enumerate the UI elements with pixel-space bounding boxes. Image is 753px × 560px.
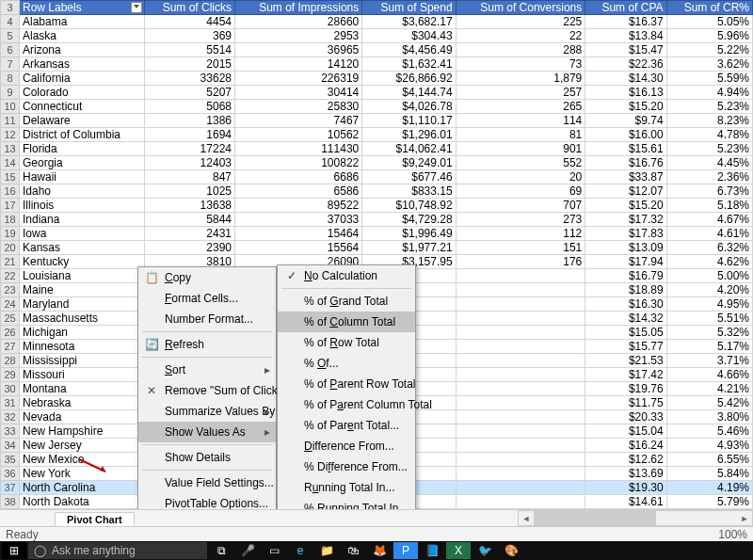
cell[interactable]: 1,879 — [456, 72, 585, 86]
cell[interactable]: $22.36 — [585, 57, 666, 72]
cell[interactable]: $15.04 — [585, 424, 666, 439]
cell[interactable]: 5.96% — [666, 29, 752, 43]
cell[interactable]: $4,729.28 — [362, 213, 456, 227]
menu-item[interactable]: Number Format... — [138, 309, 276, 329]
cell[interactable]: Idaho — [20, 184, 145, 199]
cell[interactable]: 847 — [144, 170, 234, 184]
cell[interactable]: 5.23% — [666, 100, 752, 114]
cell[interactable]: 5.59% — [666, 72, 752, 86]
cortana-search[interactable]: ◯Ask me anything — [28, 542, 207, 559]
cell[interactable]: Maryland — [20, 297, 145, 312]
row-number[interactable]: 6 — [1, 43, 20, 57]
cell[interactable]: $9,249.01 — [362, 156, 456, 170]
row-number[interactable]: 30 — [1, 382, 20, 396]
cell[interactable]: Florida — [20, 142, 145, 156]
twitter-icon[interactable]: 🐦 — [473, 542, 497, 559]
cell[interactable]: $14.61 — [585, 495, 666, 509]
cell[interactable]: $17.42 — [585, 368, 666, 382]
row-number[interactable]: 28 — [1, 354, 20, 368]
cell[interactable] — [456, 453, 585, 467]
cell[interactable]: 369 — [144, 29, 234, 43]
cell[interactable] — [456, 410, 585, 424]
cell[interactable]: 288 — [456, 43, 585, 57]
cell[interactable]: 37033 — [234, 213, 361, 227]
cell[interactable]: 5.23% — [666, 142, 752, 156]
row-number[interactable]: 21 — [1, 255, 20, 269]
cell[interactable]: $16.30 — [585, 297, 666, 312]
cell[interactable]: 15464 — [234, 227, 361, 241]
cell[interactable]: Nebraska — [20, 396, 145, 410]
cell[interactable]: 5.00% — [666, 269, 752, 283]
row-number[interactable]: 9 — [1, 86, 20, 100]
cell[interactable]: 5844 — [144, 213, 234, 227]
cell[interactable]: 5.22% — [666, 43, 752, 57]
cell[interactable]: 5207 — [144, 86, 234, 100]
mic-icon[interactable]: 🎤 — [235, 542, 260, 559]
menu-item[interactable]: Running Total In... — [278, 477, 415, 498]
cell[interactable]: $12.07 — [585, 184, 666, 199]
row-number[interactable]: 33 — [1, 424, 20, 439]
cell[interactable] — [456, 297, 585, 312]
cell[interactable]: 4.95% — [666, 297, 752, 312]
col-header[interactable]: Sum of Conversions — [456, 1, 585, 15]
cell[interactable] — [456, 326, 585, 340]
cell[interactable]: $21.53 — [585, 354, 666, 368]
cell[interactable]: 89522 — [234, 199, 361, 213]
row-number[interactable]: 5 — [1, 29, 20, 43]
row-number[interactable]: 31 — [1, 396, 20, 410]
col-header[interactable]: Sum of Impressions — [234, 1, 361, 15]
cell[interactable]: 2.36% — [666, 170, 752, 184]
cell[interactable]: $16.13 — [585, 86, 666, 100]
menu-item[interactable]: % Difference From... — [278, 456, 415, 477]
cell[interactable]: $15.61 — [585, 142, 666, 156]
cell[interactable]: 7467 — [234, 114, 361, 128]
cell[interactable]: 5514 — [144, 43, 234, 57]
cell[interactable]: $13.09 — [585, 241, 666, 255]
paint-icon[interactable]: 🎨 — [499, 542, 523, 559]
cell[interactable]: 901 — [456, 142, 585, 156]
cell[interactable]: Connecticut — [20, 100, 145, 114]
cell[interactable]: 4454 — [144, 15, 234, 29]
row-number[interactable]: 19 — [1, 227, 20, 241]
cell[interactable]: $4,026.78 — [362, 100, 456, 114]
cell[interactable]: 3.80% — [666, 410, 752, 424]
cell[interactable]: 273 — [456, 213, 585, 227]
cell[interactable]: Arizona — [20, 43, 145, 57]
cell[interactable]: Minnesota — [20, 340, 145, 354]
cell[interactable]: $15.05 — [585, 326, 666, 340]
cell[interactable]: $19.30 — [585, 481, 666, 495]
row-number[interactable]: 35 — [1, 453, 20, 467]
row-number[interactable]: 20 — [1, 241, 20, 255]
cell[interactable]: 5.42% — [666, 396, 752, 410]
windows-taskbar[interactable]: ⊞ ◯Ask me anything ⧉ 🎤 ▭ e 📁 🛍 🦊 P 📘 X 🐦… — [0, 541, 753, 560]
cell[interactable]: Maine — [20, 283, 145, 297]
menu-item[interactable]: 📋Copy — [138, 267, 276, 288]
menu-item[interactable]: % of Parent Column Total — [278, 394, 415, 415]
col-header[interactable]: Sum of Spend — [362, 1, 456, 15]
cell[interactable]: Hawaii — [20, 170, 145, 184]
cell[interactable]: 4.61% — [666, 227, 752, 241]
cell[interactable]: District of Columbia — [20, 128, 145, 142]
row-number[interactable]: 16 — [1, 184, 20, 199]
menu-item[interactable]: Format Cells... — [138, 288, 276, 309]
cell[interactable]: 114 — [456, 114, 585, 128]
cell[interactable]: 707 — [456, 199, 585, 213]
cell[interactable]: Louisiana — [20, 269, 145, 283]
cell[interactable]: $17.83 — [585, 227, 666, 241]
cell[interactable]: 8.23% — [666, 114, 752, 128]
store-icon[interactable]: 🛍 — [341, 542, 365, 559]
cell[interactable]: $15.20 — [585, 100, 666, 114]
cell[interactable]: 17224 — [144, 142, 234, 156]
row-number[interactable]: 4 — [1, 15, 20, 29]
row-number[interactable]: 38 — [1, 495, 20, 509]
scroll-left-icon[interactable]: ◄ — [519, 511, 534, 525]
cell[interactable]: 22 — [456, 29, 585, 43]
cell[interactable]: 4.45% — [666, 156, 752, 170]
row-number[interactable]: 26 — [1, 326, 20, 340]
cell[interactable]: Georgia — [20, 156, 145, 170]
cell[interactable]: 81 — [456, 128, 585, 142]
cell[interactable]: 4.94% — [666, 86, 752, 100]
menu-item[interactable]: Show Values As — [138, 422, 276, 442]
cell[interactable]: $13.69 — [585, 467, 666, 481]
menu-item[interactable]: ✕Remove "Sum of Clicks" — [138, 380, 276, 401]
